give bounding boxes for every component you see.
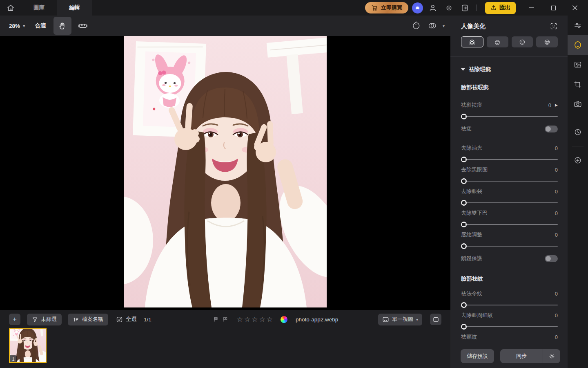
slider-row: 去除雙下巴 0 [461,210,558,227]
adjustments-tool-button[interactable] [568,16,588,35]
photo-count: 1/1 [144,316,151,323]
view-mode-dropdown[interactable]: 單一視圖 ▾ [378,314,422,325]
split-view-icon [432,316,439,323]
slider[interactable] [461,302,558,308]
slider-value: 0 [548,102,551,108]
slider[interactable] [461,200,558,206]
slider-knob[interactable] [461,243,467,249]
account-button[interactable] [427,2,439,14]
slider[interactable] [461,243,558,249]
tab-features[interactable] [512,36,533,47]
canvas[interactable] [0,36,450,310]
select-all-control[interactable]: 全選 [116,316,137,323]
beard-protect-toggle[interactable] [545,255,558,262]
face-detect-button[interactable] [550,22,558,30]
background-tool-button[interactable] [568,55,588,74]
star-rating[interactable]: ☆ ☆ ☆ ☆ ☆ [237,316,273,323]
sync-settings-button[interactable] [543,349,560,363]
thumbnail-selected[interactable]: 1 [9,328,47,363]
close-button[interactable] [566,0,584,16]
slider[interactable] [461,222,558,227]
tab-makeup[interactable] [536,36,558,47]
add-tool-button[interactable] [568,150,588,170]
fit-to-screen-button[interactable]: 合適 [30,22,51,29]
hand-tool-button[interactable] [53,17,71,35]
slider-knob[interactable] [461,222,467,227]
hand-icon [58,21,67,30]
slider-label: 祛法令紋 [461,290,482,297]
sidebar-divider [572,118,584,118]
export-button[interactable]: 匯出 [485,2,516,14]
star-icon[interactable]: ☆ [267,316,273,323]
history-button[interactable] [568,122,588,142]
panel-divider [450,56,568,57]
expand-arrow-icon[interactable]: ▶ [555,103,558,107]
slider-value: 0 [555,167,558,173]
compare-icon [427,21,438,30]
slider[interactable] [461,157,558,162]
mole-removal-toggle[interactable] [545,126,558,132]
home-button[interactable] [0,0,21,16]
sort-button[interactable]: 檔案名稱 [68,314,108,325]
sliders-icon [573,21,582,30]
thumbnail-index-badge: 1 [10,355,17,362]
maximize-button[interactable] [544,0,562,16]
color-label-icon[interactable] [281,316,287,323]
star-icon[interactable]: ☆ [237,316,243,323]
toggle-row: 鬍鬚保護 [461,255,558,262]
tab-gallery[interactable]: 圖庫 [21,0,57,16]
buy-now-button[interactable]: 立即購買 [365,2,408,13]
slider-knob[interactable] [461,324,467,330]
filter-button[interactable]: 未篩選 [27,314,62,325]
split-view-button[interactable] [430,314,441,325]
undo-button[interactable] [410,20,422,32]
discord-button[interactable] [412,2,423,13]
save-preset-button[interactable]: 儲存預設 [461,349,494,363]
gear-icon [445,4,453,12]
buy-now-label: 立即購買 [381,4,402,11]
slider-value: 0 [555,232,558,238]
upload-icon [490,4,497,11]
slider-label: 去除眼周細紋 [461,312,493,319]
slider-knob[interactable] [461,178,467,184]
slider-knob[interactable] [461,302,467,308]
face-cap-icon [494,38,501,46]
tab-face-shape[interactable] [487,36,508,47]
settings-button[interactable] [443,2,455,14]
crop-tool-button[interactable] [568,74,588,94]
chevron-down-icon: ▾ [416,317,418,322]
slider-value: 0 [555,291,558,297]
flag-reject-icon[interactable] [222,316,229,323]
fit-label: 合適 [35,22,46,29]
clock-icon [573,128,582,137]
editor-toolbar: 28% ▾ 合適 [0,16,450,36]
slider-knob[interactable] [461,200,467,206]
titlebar-actions: 立即購買 [365,0,588,16]
minimize-button[interactable] [523,0,541,16]
slider[interactable] [461,324,558,330]
box-arrow-icon [461,4,469,12]
slider-knob[interactable] [461,114,467,119]
slider-value: 0 [555,188,558,195]
tab-edit[interactable]: 編輯 [57,0,92,16]
star-icon[interactable]: ☆ [244,316,250,323]
tab-skin[interactable] [461,36,483,47]
star-icon[interactable]: ☆ [252,316,258,323]
toolbar-right-group: ▾ [410,20,450,32]
compare-button[interactable] [426,20,439,32]
camera-tool-button[interactable] [568,94,588,114]
star-icon[interactable]: ☆ [259,316,265,323]
section-blemish-header[interactable]: 祛除瑕疵 [461,66,558,73]
slider[interactable] [461,114,558,119]
ruler-tool-button[interactable] [74,17,92,35]
filmstrip-bar: + 未篩選 檔案名稱 [0,310,450,368]
slider-knob[interactable] [461,157,467,162]
add-photo-button[interactable]: + [9,314,20,325]
quick-export-button[interactable] [459,2,471,14]
chevron-down-icon[interactable]: ▾ [443,24,445,28]
flag-pick-icon[interactable] [213,316,219,323]
sync-button[interactable]: 同步 [500,352,543,360]
slider[interactable] [461,178,558,184]
portrait-tool-button[interactable] [568,35,588,55]
zoom-level-dropdown[interactable]: 28% ▾ [0,23,30,29]
